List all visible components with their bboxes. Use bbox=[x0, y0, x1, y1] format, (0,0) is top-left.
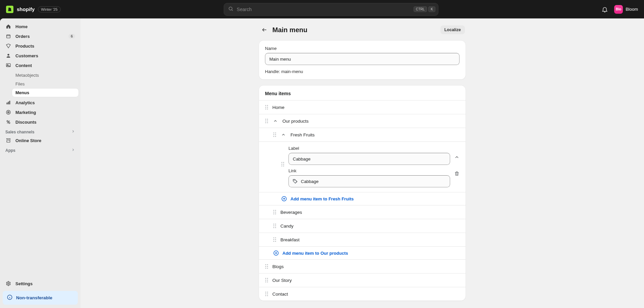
search-shortcut: CTRL K bbox=[414, 6, 435, 12]
svg-point-56 bbox=[273, 224, 274, 225]
drag-handle-icon[interactable] bbox=[273, 224, 276, 228]
localize-button[interactable]: Localize bbox=[440, 25, 465, 34]
nav-marketing[interactable]: Marketing bbox=[2, 108, 78, 117]
add-to-fresh-fruits[interactable]: Add menu item to Fresh Fruits bbox=[259, 192, 466, 205]
svg-point-36 bbox=[273, 136, 274, 137]
subnav-files[interactable]: Files bbox=[12, 80, 78, 88]
drag-handle-icon[interactable] bbox=[265, 292, 268, 296]
store-avatar: Blo bbox=[614, 5, 623, 14]
subnav-menus[interactable]: Menus bbox=[12, 88, 78, 97]
menu-item-breakfast[interactable]: Breakfast bbox=[259, 233, 466, 246]
menu-item-contact[interactable]: Contact bbox=[259, 287, 466, 301]
nav-discounts[interactable]: Discounts bbox=[2, 117, 78, 127]
edit-label-input[interactable] bbox=[288, 153, 450, 165]
notifications-icon[interactable] bbox=[601, 6, 608, 13]
content-icon bbox=[5, 62, 11, 68]
svg-point-35 bbox=[275, 134, 276, 135]
drag-handle-icon[interactable] bbox=[265, 105, 268, 110]
handle-text: Handle: main-menu bbox=[265, 69, 460, 74]
brand-name: shopify bbox=[17, 6, 35, 12]
svg-point-20 bbox=[265, 105, 266, 106]
svg-point-75 bbox=[265, 268, 266, 268]
customers-icon bbox=[5, 53, 11, 59]
menu-name-input[interactable] bbox=[265, 53, 460, 65]
svg-point-60 bbox=[273, 227, 274, 228]
global-search[interactable]: Search CTRL K bbox=[224, 3, 438, 16]
svg-point-79 bbox=[265, 280, 266, 281]
nav-content[interactable]: Content bbox=[2, 61, 78, 70]
drag-handle-icon[interactable] bbox=[265, 264, 268, 269]
collapse-button[interactable] bbox=[454, 155, 460, 161]
add-to-our-products[interactable]: Add menu item to Our products bbox=[259, 246, 466, 259]
nav-settings[interactable]: Settings bbox=[2, 279, 78, 288]
nav-orders[interactable]: Orders 6 bbox=[2, 32, 78, 41]
drag-handle-icon[interactable] bbox=[273, 237, 276, 242]
chevron-right-icon bbox=[71, 148, 75, 153]
drag-handle-icon[interactable] bbox=[265, 119, 268, 123]
nav-customers[interactable]: Customers bbox=[2, 51, 78, 60]
svg-rect-2 bbox=[7, 35, 10, 38]
svg-point-38 bbox=[281, 162, 282, 163]
menu-item-fresh-fruits[interactable]: Fresh Fruits bbox=[259, 128, 466, 141]
drag-handle-icon[interactable] bbox=[273, 132, 276, 137]
svg-point-62 bbox=[273, 238, 274, 238]
svg-point-61 bbox=[275, 227, 276, 228]
svg-point-87 bbox=[265, 295, 266, 296]
svg-point-34 bbox=[273, 134, 274, 135]
svg-point-11 bbox=[8, 112, 8, 112]
menu-item-blogs[interactable]: Blogs bbox=[259, 259, 466, 273]
svg-point-80 bbox=[267, 280, 268, 281]
delete-button[interactable] bbox=[454, 171, 460, 177]
svg-point-55 bbox=[275, 213, 276, 214]
back-button[interactable] bbox=[260, 25, 269, 35]
marketing-icon bbox=[5, 109, 11, 115]
non-transferable-banner[interactable]: Non-transferable bbox=[3, 291, 78, 305]
svg-point-0 bbox=[229, 7, 232, 10]
svg-point-51 bbox=[275, 210, 276, 211]
svg-point-27 bbox=[267, 119, 268, 120]
svg-point-13 bbox=[9, 122, 10, 124]
store-name: Bloom bbox=[626, 7, 638, 12]
edit-link-input[interactable] bbox=[288, 175, 450, 187]
svg-point-29 bbox=[267, 121, 268, 121]
page-header: Main menu Localize bbox=[259, 25, 466, 35]
svg-point-76 bbox=[267, 268, 268, 268]
chevron-up-icon[interactable] bbox=[272, 118, 278, 124]
nav-products[interactable]: Products bbox=[2, 41, 78, 51]
brand-area: shopify Winter '25 bbox=[6, 6, 61, 13]
svg-point-78 bbox=[267, 278, 268, 279]
sales-channels-heading[interactable]: Sales channels bbox=[2, 127, 78, 136]
subnav-metaobjects[interactable]: Metaobjects bbox=[12, 71, 78, 79]
store-switcher[interactable]: Blo Bloom bbox=[614, 5, 638, 14]
menu-item-home[interactable]: Home bbox=[259, 100, 466, 114]
nav-home[interactable]: Home bbox=[2, 22, 78, 31]
svg-point-39 bbox=[283, 162, 284, 163]
svg-point-83 bbox=[265, 292, 266, 293]
drag-handle-icon[interactable] bbox=[273, 210, 276, 214]
menu-item-our-products[interactable]: Our products bbox=[259, 114, 466, 128]
plus-circle-icon bbox=[273, 250, 279, 256]
svg-point-85 bbox=[265, 294, 266, 294]
svg-point-30 bbox=[265, 122, 266, 123]
svg-line-14 bbox=[7, 121, 10, 123]
svg-point-22 bbox=[265, 107, 266, 108]
apps-heading[interactable]: Apps bbox=[2, 145, 78, 154]
chevron-up-icon[interactable] bbox=[280, 132, 286, 138]
menu-item-beverages[interactable]: Beverages bbox=[259, 205, 466, 219]
store-icon bbox=[5, 137, 11, 143]
nav-analytics[interactable]: Analytics bbox=[2, 98, 78, 107]
name-card: Name Handle: main-menu bbox=[259, 41, 466, 79]
svg-rect-6 bbox=[7, 103, 8, 104]
menu-item-edit-panel: Label Link bbox=[259, 141, 466, 192]
svg-point-54 bbox=[273, 213, 274, 214]
version-tag: Winter '25 bbox=[38, 6, 60, 12]
svg-point-44 bbox=[294, 180, 294, 181]
drag-handle-icon[interactable] bbox=[281, 162, 284, 167]
svg-point-88 bbox=[267, 295, 268, 296]
menu-item-our-story[interactable]: Our Story bbox=[259, 273, 466, 287]
drag-handle-icon[interactable] bbox=[265, 278, 268, 283]
nav-online-store[interactable]: Online Store bbox=[2, 136, 78, 145]
svg-point-43 bbox=[283, 166, 284, 166]
plus-circle-icon bbox=[281, 196, 287, 202]
menu-item-candy[interactable]: Candy bbox=[259, 219, 466, 233]
